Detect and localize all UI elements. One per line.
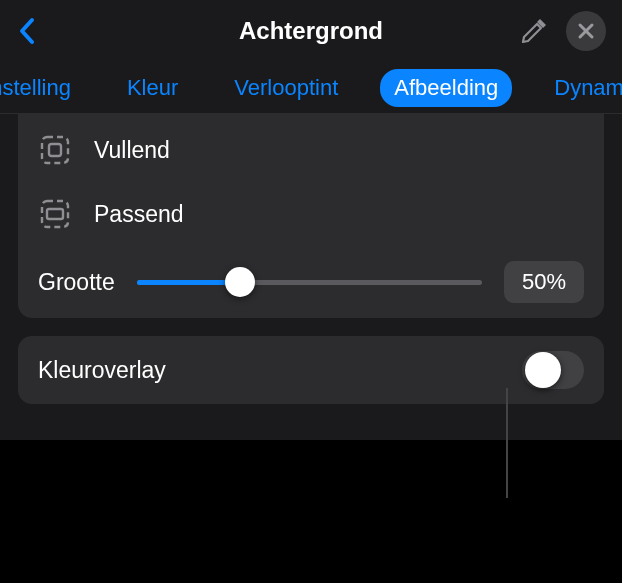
image-options-panel: Vullend Passend Grootte 50%: [18, 114, 604, 318]
close-button[interactable]: [566, 11, 606, 51]
color-overlay-toggle[interactable]: [522, 351, 584, 389]
scale-fill-label: Vullend: [94, 137, 170, 164]
svg-rect-3: [49, 144, 61, 156]
page-title: Achtergrond: [239, 17, 383, 45]
tab-preset[interactable]: rinstelling: [0, 69, 85, 107]
size-label: Grootte: [38, 269, 115, 296]
scale-fit-icon: [38, 197, 72, 231]
svg-rect-2: [42, 137, 68, 163]
scale-fit-option[interactable]: Passend: [38, 182, 584, 246]
tab-dynamic[interactable]: Dynamis: [540, 69, 622, 107]
scale-fill-icon: [38, 133, 72, 167]
color-overlay-label: Kleuroverlay: [38, 357, 166, 384]
chevron-left-icon: [18, 17, 36, 45]
size-value[interactable]: 50%: [504, 261, 584, 303]
svg-rect-5: [47, 209, 63, 219]
eyedropper-button[interactable]: [516, 13, 552, 49]
scale-fit-label: Passend: [94, 201, 184, 228]
color-overlay-row: Kleuroverlay: [18, 336, 604, 404]
size-row: Grootte 50%: [38, 246, 584, 318]
switch-knob: [525, 352, 561, 388]
slider-thumb[interactable]: [225, 267, 255, 297]
header: Achtergrond: [0, 0, 622, 62]
tab-color[interactable]: Kleur: [113, 69, 192, 107]
tab-gradient[interactable]: Verlooptint: [220, 69, 352, 107]
size-slider[interactable]: [137, 267, 482, 297]
scale-fill-option[interactable]: Vullend: [38, 118, 584, 182]
tabs: rinstelling Kleur Verlooptint Afbeelding…: [0, 62, 622, 114]
tab-image[interactable]: Afbeelding: [380, 69, 512, 107]
close-icon: [577, 22, 595, 40]
back-button[interactable]: [10, 14, 44, 48]
eyedropper-icon: [519, 16, 549, 46]
callout-line: [506, 388, 508, 498]
